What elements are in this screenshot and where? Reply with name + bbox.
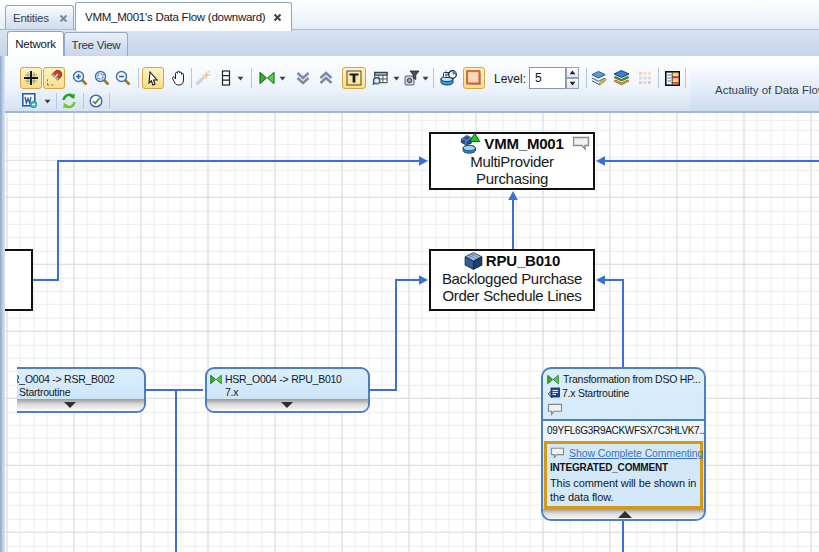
magic-wand-button [195, 70, 211, 86]
grid-snap-button[interactable] [20, 67, 42, 89]
connector-trright-to-rpu [605, 280, 623, 367]
zoom-out-icon [115, 70, 131, 86]
zoom-fit-button[interactable] [94, 70, 110, 86]
table-search-dropdown-icon[interactable] [393, 76, 400, 81]
table-search-icon [372, 70, 388, 86]
editor-tab-bar: Entities VMM_M001's Data Flow (downward) [0, 0, 819, 30]
spinner-down-icon [569, 81, 576, 86]
level-input[interactable]: 5 [529, 67, 566, 89]
tab-network[interactable]: Network [7, 31, 64, 56]
collapse-triangle-icon[interactable] [64, 402, 76, 408]
print-schedule-icon [439, 70, 457, 87]
transformation-icon [259, 71, 275, 85]
show-text-button[interactable] [342, 67, 366, 89]
connector-trmid-to-rpu [370, 280, 419, 390]
toolbar-separator [251, 68, 252, 88]
magic-wand-icon [195, 70, 211, 86]
node-transformation-dso[interactable]: Transformation from DSO HP... 7.x Startr… [541, 367, 706, 521]
level-up-button[interactable] [566, 67, 579, 78]
filter-dropdown-icon[interactable] [422, 76, 429, 81]
layers-edit-icon [591, 70, 607, 86]
node-transformation-hsr-rpu[interactable]: HSR_O004 -> RPU_B010 7.x [205, 367, 370, 413]
grid-snap-icon [23, 70, 39, 86]
tab-tree-view[interactable]: Tree View [64, 32, 128, 56]
tab-entities[interactable]: Entities [5, 5, 74, 30]
collapse-triangle-icon[interactable] [281, 402, 293, 408]
toolbar-separator [658, 68, 659, 88]
pan-hand-button[interactable] [170, 70, 186, 86]
toolbar-separator [109, 93, 110, 109]
tab-data-flow-label: VMM_M001's Data Flow (downward) [85, 11, 265, 23]
tab-entities-close-icon[interactable] [59, 9, 68, 27]
comment-body-line1: This comment will be shown in [550, 477, 696, 489]
data-flow-canvas[interactable]: VMM_M001 MultiProvider Purchasing RPU_B0… [5, 113, 819, 552]
table-search-button[interactable] [372, 70, 388, 86]
view-tab-bar: Network Tree View [0, 30, 819, 56]
node-vmm-title: VMM_M001 [484, 135, 563, 152]
toolbar-separator [191, 68, 192, 88]
legend-button[interactable] [665, 70, 680, 86]
zoom-out-button[interactable] [115, 70, 131, 86]
clock-check-button[interactable] [89, 93, 103, 108]
tab-entities-label: Entities [13, 12, 49, 24]
print-schedule-button[interactable] [439, 70, 457, 86]
layers-button[interactable] [613, 70, 630, 86]
show-complete-commenting-link[interactable]: Show Complete Commenting [569, 447, 703, 459]
collapse-all-button[interactable] [295, 70, 311, 86]
hash-text: 09YFL6G3R9ACKWFSX7C3HLVK7... [547, 425, 706, 436]
toolbar-separator [56, 93, 57, 109]
background-color-icon [466, 70, 482, 86]
spinner-up-icon [569, 70, 576, 75]
node-vmm-m001[interactable]: VMM_M001 MultiProvider Purchasing [429, 132, 595, 190]
arrowhead-into-vmm-bottom [508, 191, 518, 200]
toolbar-separator [138, 68, 139, 88]
actuality-panel-title: Actuality of Data Flow [715, 84, 819, 96]
diagram-toolbar: Level: 5 [0, 56, 819, 112]
transformation-dropdown-icon[interactable] [279, 76, 286, 81]
node-transformation-rsr[interactable]: R_O004 -> RSR_B002 Startroutine [17, 367, 146, 413]
comment-title: INTEGRATED_COMMENT [550, 462, 668, 473]
tab-network-label: Network [15, 38, 55, 50]
refresh-button[interactable] [61, 93, 77, 108]
comment-bubble-icon [550, 447, 565, 459]
magnet-snap-button[interactable] [43, 67, 65, 89]
word-export-dropdown-icon[interactable] [44, 99, 51, 104]
tab-data-flow-close-icon[interactable] [273, 8, 282, 26]
infocube-icon [464, 252, 483, 270]
actuality-panel-header[interactable]: Actuality of Data Flow [690, 57, 819, 111]
layers-edit-button[interactable] [591, 70, 607, 86]
expand-triangle-icon[interactable] [618, 511, 632, 518]
double-chevron-down-icon [295, 71, 311, 85]
expand-all-button[interactable] [318, 70, 334, 86]
comment-bubble-icon[interactable] [547, 403, 563, 416]
toolbar-separator [433, 68, 434, 88]
color-grid-icon [639, 72, 651, 84]
node-vmm-line1: MultiProvider [431, 153, 593, 170]
pan-hand-icon [171, 70, 186, 86]
node-rpu-b010[interactable]: RPU_B010 Backlogged Purchase Order Sched… [429, 249, 595, 311]
level-value: 5 [535, 71, 542, 85]
layout-icon [221, 70, 231, 86]
startroutine-icon [547, 386, 560, 399]
level-down-button[interactable] [566, 78, 579, 89]
comment-body-line2: the data flow. [550, 491, 613, 503]
transformation-tool-button[interactable] [259, 70, 275, 86]
layout-button[interactable] [218, 70, 234, 86]
zoom-in-button[interactable] [72, 70, 88, 86]
node-partial-infoprovider[interactable] [5, 249, 33, 311]
comment-bubble-icon[interactable] [573, 136, 591, 155]
integrated-comment-box: Show Complete Commenting INTEGRATED_COMM… [544, 441, 703, 509]
app-window: Entities VMM_M001's Data Flow (downward)… [0, 0, 819, 552]
word-export-button[interactable] [22, 93, 37, 108]
transformation-hsr-title: HSR_O004 -> RPU_B010 [225, 373, 342, 385]
filter-button[interactable] [404, 70, 420, 86]
node-rpu-title: RPU_B010 [486, 252, 560, 269]
tab-data-flow[interactable]: VMM_M001's Data Flow (downward) [75, 2, 292, 31]
layout-dropdown-icon[interactable] [237, 76, 244, 81]
word-export-icon [22, 93, 37, 108]
transformation-hsr-subtitle: 7.x [225, 386, 238, 398]
transformation-rsr-title: R_O004 -> RSR_B002 [17, 373, 115, 385]
legend-icon [665, 71, 680, 86]
select-cursor-button[interactable] [142, 67, 164, 89]
background-color-button[interactable] [463, 67, 485, 89]
